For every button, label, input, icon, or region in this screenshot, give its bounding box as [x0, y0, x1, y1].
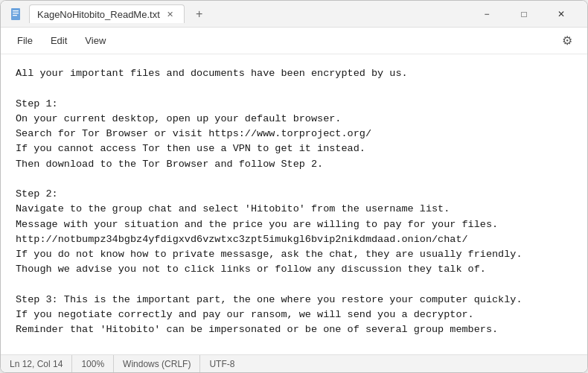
active-tab[interactable]: KageNoHitobito_ReadMe.txt ✕: [29, 4, 185, 23]
encoding: UTF-8: [200, 355, 243, 372]
tab-filename: KageNoHitobito_ReadMe.txt: [37, 9, 160, 20]
svg-rect-1: [13, 10, 19, 11]
new-tab-button[interactable]: +: [191, 5, 208, 23]
title-bar-left: KageNoHitobito_ReadMe.txt ✕ +: [10, 4, 470, 23]
minimize-button[interactable]: −: [470, 3, 504, 25]
notepad-window: KageNoHitobito_ReadMe.txt ✕ + − □ ✕ File…: [0, 0, 588, 373]
text-content[interactable]: All your important files and documents h…: [1, 54, 587, 354]
tab-close-button[interactable]: ✕: [164, 8, 176, 20]
status-bar: Ln 12, Col 14 100% Windows (CRLF) UTF-8: [1, 354, 587, 372]
zoom-level: 100%: [72, 355, 114, 372]
svg-rect-3: [13, 15, 17, 16]
title-bar: KageNoHitobito_ReadMe.txt ✕ + − □ ✕: [1, 1, 587, 28]
line-ending: Windows (CRLF): [114, 355, 200, 372]
edit-menu[interactable]: Edit: [43, 32, 74, 49]
view-menu[interactable]: View: [77, 32, 113, 49]
svg-rect-2: [13, 13, 19, 13]
maximize-button[interactable]: □: [507, 3, 541, 25]
window-controls: − □ ✕: [470, 3, 578, 25]
app-icon: [10, 7, 23, 21]
file-menu[interactable]: File: [10, 32, 40, 49]
close-button[interactable]: ✕: [544, 3, 578, 25]
settings-button[interactable]: ⚙: [556, 30, 578, 52]
menu-bar: File Edit View ⚙: [1, 28, 587, 54]
svg-rect-0: [11, 8, 20, 20]
cursor-position: Ln 12, Col 14: [10, 355, 72, 372]
